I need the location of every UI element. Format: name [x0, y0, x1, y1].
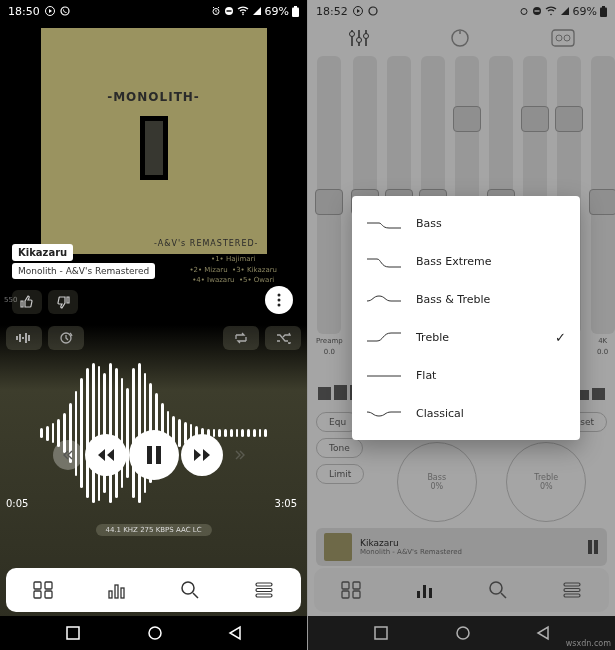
player-screen: 18:50 69% -MONOLITH- -A&V's REMASTERED- …: [0, 0, 307, 650]
nav-search[interactable]: [170, 575, 210, 605]
skip-back-icon: [62, 449, 74, 461]
dnd-icon: [224, 6, 234, 16]
thumbs-down-icon: [56, 295, 70, 309]
preset-label: Classical: [416, 407, 464, 420]
battery-icon: [292, 6, 299, 17]
time-total: 3:05: [275, 498, 297, 509]
signal-icon: [252, 6, 262, 16]
svg-point-8: [278, 294, 281, 297]
svg-rect-6: [292, 7, 299, 17]
svg-point-1: [61, 7, 69, 15]
shuffle-button[interactable]: [265, 326, 301, 350]
album-title-badge[interactable]: Monolith - A&V's Remastered: [12, 263, 155, 279]
back-button[interactable]: [228, 625, 242, 641]
pause-icon: [145, 445, 163, 465]
equalizer-screen: 18:52 69% Preamp 0.0 310.0620.01250.0250…: [308, 0, 615, 650]
previous-icon: [96, 447, 116, 463]
svg-point-9: [278, 299, 281, 302]
preset-curve-icon: [366, 367, 402, 383]
preset-label: Bass & Treble: [416, 293, 490, 306]
preset-curve-icon: [366, 291, 402, 307]
svg-rect-18: [156, 446, 161, 464]
svg-rect-4: [226, 10, 231, 11]
artwork-shape: [140, 116, 168, 180]
more-menu-button[interactable]: [265, 286, 293, 314]
timer-icon: [59, 331, 73, 345]
svg-rect-19: [34, 582, 41, 589]
svg-point-31: [149, 627, 161, 639]
track-title-badge[interactable]: Kikazaru: [12, 244, 73, 261]
sleep-timer-button[interactable]: [48, 326, 84, 350]
preset-curve-icon: [366, 215, 402, 231]
preset-label: Bass Extreme: [416, 255, 492, 268]
play-indicator-icon: [45, 6, 55, 16]
svg-rect-20: [45, 582, 52, 589]
svg-rect-21: [34, 591, 41, 598]
nav-equalizer[interactable]: [97, 575, 137, 605]
repeat-button[interactable]: [223, 326, 259, 350]
wifi-icon: [237, 6, 249, 16]
preset-curve-icon: [366, 329, 402, 345]
svg-rect-29: [256, 594, 272, 597]
previous-button[interactable]: [85, 434, 127, 476]
equalizer-icon: [107, 581, 127, 599]
svg-rect-24: [115, 585, 118, 598]
svg-rect-15: [28, 335, 30, 341]
home-button[interactable]: [147, 625, 163, 641]
preset-popup: BassBass ExtremeBass & TrebleTrebleFlatC…: [352, 196, 580, 440]
play-pause-button[interactable]: [129, 430, 179, 480]
svg-rect-30: [67, 627, 79, 639]
time-elapsed: 0:05: [6, 498, 28, 509]
svg-rect-25: [121, 588, 124, 598]
svg-rect-27: [256, 583, 272, 586]
preset-label: Bass: [416, 217, 442, 230]
visualizer-icon: [15, 332, 33, 344]
battery-pct: 69%: [265, 5, 289, 18]
visualizer-button[interactable]: [6, 326, 42, 350]
preset-curve-icon: [366, 405, 402, 421]
skip-fwd-icon: [234, 449, 246, 461]
svg-rect-22: [45, 591, 52, 598]
preset-label: Flat: [416, 369, 436, 382]
next-button[interactable]: [181, 434, 223, 476]
rewind-30-button[interactable]: [53, 440, 83, 470]
search-icon: [180, 580, 200, 600]
artwork-subtitle: -A&V's REMASTERED-: [154, 239, 258, 248]
thumbs-up-button[interactable]: [12, 290, 42, 314]
svg-rect-11: [16, 336, 18, 340]
preset-classical[interactable]: Classical: [352, 394, 580, 432]
status-bar: 18:50 69%: [0, 0, 307, 22]
like-row: [12, 290, 78, 314]
thumbs-down-button[interactable]: [48, 290, 78, 314]
alarm-icon: [211, 6, 221, 16]
svg-rect-28: [256, 589, 272, 592]
repeat-icon: [233, 332, 249, 344]
bottom-nav: [6, 568, 301, 612]
preset-bass[interactable]: Bass: [352, 204, 580, 242]
svg-rect-23: [109, 591, 112, 598]
queue-icon: [254, 582, 274, 598]
svg-rect-13: [22, 337, 24, 339]
forward-30-button[interactable]: [225, 440, 255, 470]
svg-rect-12: [19, 334, 21, 342]
next-icon: [192, 447, 212, 463]
svg-point-26: [182, 582, 194, 594]
android-nav: [0, 616, 307, 650]
preset-flat[interactable]: Flat: [352, 356, 580, 394]
svg-rect-7: [294, 6, 297, 8]
secondary-controls: [6, 326, 301, 350]
svg-rect-14: [25, 333, 27, 343]
svg-point-5: [242, 14, 244, 16]
nav-library[interactable]: [23, 575, 63, 605]
tracklist-text: •1• Hajimari •2• Mizaru •3• Kikazaru •4•…: [189, 254, 277, 286]
codec-info[interactable]: 44.1 KHZ 275 KBPS AAC LC: [95, 524, 211, 536]
preset-bass-extreme[interactable]: Bass Extreme: [352, 242, 580, 280]
thumbs-up-icon: [20, 295, 34, 309]
preset-treble[interactable]: Treble: [352, 318, 580, 356]
svg-point-10: [278, 304, 281, 307]
nav-queue[interactable]: [244, 575, 284, 605]
preset-bass-treble[interactable]: Bass & Treble: [352, 280, 580, 318]
playback-controls: [0, 430, 307, 480]
album-artwork[interactable]: -MONOLITH- -A&V's REMASTERED-: [41, 28, 267, 254]
recent-apps-button[interactable]: [65, 625, 81, 641]
